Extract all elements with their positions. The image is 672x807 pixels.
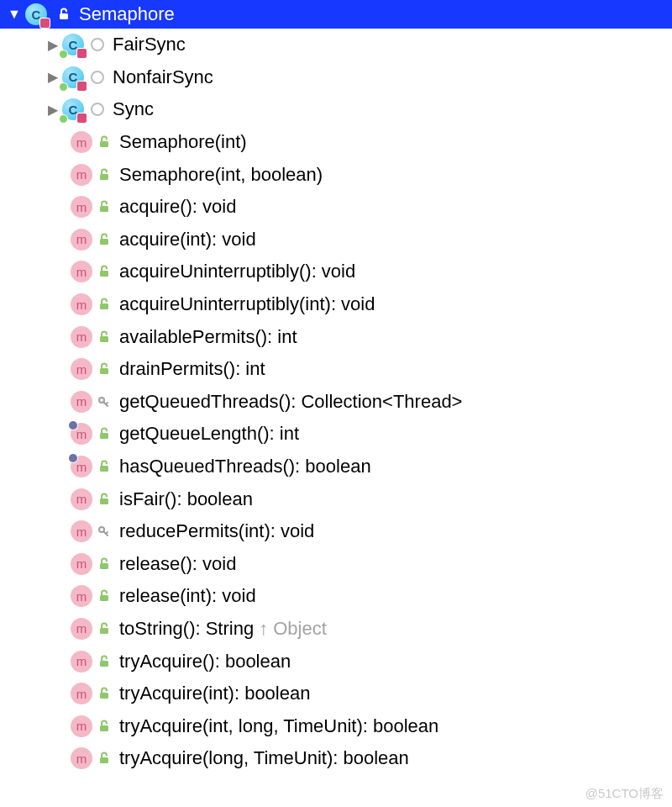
member-node[interactable]: ▶macquire(): void bbox=[0, 191, 672, 224]
inner-class-label: NonfairSync bbox=[113, 66, 213, 88]
member-label: hasQueuedThreads(): boolean bbox=[119, 456, 371, 477]
member-node[interactable]: ▶mhasQueuedThreads(): boolean bbox=[0, 451, 672, 483]
member-label: acquire(): void bbox=[119, 196, 236, 218]
member-label: Semaphore(int, boolean) bbox=[119, 164, 323, 186]
public-lock-icon bbox=[96, 361, 113, 377]
method-icon: m bbox=[71, 651, 92, 672]
public-lock-icon bbox=[96, 458, 113, 475]
public-lock-icon bbox=[96, 588, 113, 604]
member-node[interactable]: ▶mtryAcquire(long, TimeUnit): boolean bbox=[0, 742, 672, 775]
member-label: drainPermits(): int bbox=[119, 358, 265, 380]
member-label: toString(): String bbox=[119, 618, 254, 640]
method-icon: m bbox=[71, 326, 92, 348]
expand-toggle-icon[interactable]: ▶ bbox=[44, 69, 62, 85]
method-icon: m bbox=[71, 261, 92, 282]
member-label: acquireUninterruptibly(): void bbox=[119, 261, 355, 282]
member-label: tryAcquire(long, TimeUnit): boolean bbox=[119, 747, 409, 769]
member-label: tryAcquire(): boolean bbox=[119, 651, 291, 672]
public-lock-icon bbox=[96, 329, 113, 345]
public-lock-icon bbox=[96, 750, 113, 767]
class-letter: C bbox=[32, 8, 41, 22]
member-label: isFair(): boolean bbox=[119, 488, 253, 510]
inner-class-node[interactable]: ▶CSync bbox=[0, 93, 672, 126]
static-badge-icon bbox=[60, 50, 67, 58]
member-label: Semaphore(int) bbox=[119, 131, 247, 153]
public-lock-icon bbox=[96, 296, 113, 313]
public-lock-icon bbox=[96, 653, 113, 670]
member-label: reducePermits(int): void bbox=[119, 520, 314, 542]
member-node[interactable]: ▶macquireUninterruptibly(int): void bbox=[0, 288, 672, 321]
member-node[interactable]: ▶mavailablePermits(): int bbox=[0, 320, 672, 353]
method-icon: m bbox=[71, 293, 92, 315]
method-icon: m bbox=[71, 520, 92, 542]
final-badge-icon bbox=[40, 18, 50, 28]
protected-key-icon bbox=[96, 523, 113, 540]
method-icon: m bbox=[71, 456, 92, 477]
expand-toggle-icon[interactable]: ▶ bbox=[44, 37, 62, 53]
member-label: tryAcquire(int, long, TimeUnit): boolean bbox=[119, 715, 438, 737]
method-icon: m bbox=[71, 196, 92, 218]
inner-class-node[interactable]: ▶CNonfairSync bbox=[0, 61, 672, 94]
method-icon: m bbox=[71, 683, 92, 704]
expand-toggle-icon[interactable]: ▼ bbox=[5, 7, 24, 22]
class-icon: C bbox=[62, 66, 84, 88]
member-node[interactable]: ▶mtryAcquire(): boolean bbox=[0, 645, 672, 678]
class-icon: C bbox=[62, 34, 84, 55]
public-lock-icon bbox=[96, 198, 113, 215]
method-icon: m bbox=[71, 747, 92, 769]
public-lock-icon bbox=[96, 263, 113, 280]
class-letter: C bbox=[69, 38, 78, 52]
inner-class-label: Sync bbox=[113, 98, 154, 120]
inherit-from-label: Object bbox=[273, 618, 327, 640]
member-node[interactable]: ▶mrelease(int): void bbox=[0, 580, 672, 613]
member-node[interactable]: ▶misFair(): boolean bbox=[0, 483, 672, 515]
method-icon: m bbox=[71, 715, 92, 737]
watermark: @51CTO博客 bbox=[585, 786, 664, 802]
package-visibility-icon bbox=[91, 103, 104, 116]
public-lock-icon bbox=[55, 6, 72, 23]
member-label: tryAcquire(int): boolean bbox=[119, 683, 310, 704]
member-node[interactable]: ▶mreducePermits(int): void bbox=[0, 515, 672, 548]
member-label: getQueueLength(): int bbox=[119, 423, 299, 445]
member-node[interactable]: ▶mSemaphore(int, boolean) bbox=[0, 158, 672, 191]
member-label: availablePermits(): int bbox=[119, 326, 297, 348]
expand-toggle-icon[interactable]: ▶ bbox=[44, 102, 62, 118]
public-lock-icon bbox=[96, 425, 113, 442]
public-lock-icon bbox=[96, 685, 113, 702]
class-node-semaphore[interactable]: ▼ C Semaphore bbox=[0, 0, 672, 29]
package-visibility-icon bbox=[91, 71, 104, 84]
method-icon: m bbox=[71, 391, 92, 413]
package-visibility-icon bbox=[91, 38, 104, 51]
member-node[interactable]: ▶macquireUninterruptibly(): void bbox=[0, 256, 672, 288]
method-icon: m bbox=[71, 229, 92, 251]
member-node[interactable]: ▶mdrainPermits(): int bbox=[0, 353, 672, 386]
public-lock-icon bbox=[96, 718, 113, 735]
static-badge-icon bbox=[60, 83, 67, 91]
inner-class-node[interactable]: ▶CFairSync bbox=[0, 29, 672, 61]
member-node[interactable]: ▶mSemaphore(int) bbox=[0, 126, 672, 159]
member-label: release(): void bbox=[119, 553, 236, 575]
member-node[interactable]: ▶mgetQueueLength(): int bbox=[0, 418, 672, 451]
member-label: release(int): void bbox=[119, 585, 256, 607]
protected-key-icon bbox=[96, 393, 113, 410]
structure-tree: ▼ C Semaphore ▶CFairSync▶CNonfairSync▶CS… bbox=[0, 0, 672, 775]
member-node[interactable]: ▶macquire(int): void bbox=[0, 224, 672, 256]
inherit-arrow-icon: ↑ bbox=[259, 618, 268, 640]
method-icon: m bbox=[71, 553, 92, 575]
member-node[interactable]: ▶mtoString(): String↑Object bbox=[0, 613, 672, 646]
member-node[interactable]: ▶mtryAcquire(int): boolean bbox=[0, 678, 672, 710]
method-icon: m bbox=[71, 358, 92, 380]
member-node[interactable]: ▶mtryAcquire(int, long, TimeUnit): boole… bbox=[0, 709, 672, 742]
member-label: acquire(int): void bbox=[119, 229, 256, 251]
method-icon: m bbox=[71, 423, 92, 445]
method-icon: m bbox=[71, 164, 92, 186]
member-label: acquireUninterruptibly(int): void bbox=[119, 293, 375, 315]
member-node[interactable]: ▶mrelease(): void bbox=[0, 548, 672, 581]
class-icon: C bbox=[25, 3, 47, 25]
public-lock-icon bbox=[96, 620, 113, 637]
class-letter: C bbox=[69, 103, 78, 117]
public-lock-icon bbox=[96, 231, 113, 248]
static-badge-icon bbox=[60, 115, 67, 123]
member-node[interactable]: ▶mgetQueuedThreads(): Collection<Thread> bbox=[0, 386, 672, 419]
method-icon: m bbox=[71, 585, 92, 607]
